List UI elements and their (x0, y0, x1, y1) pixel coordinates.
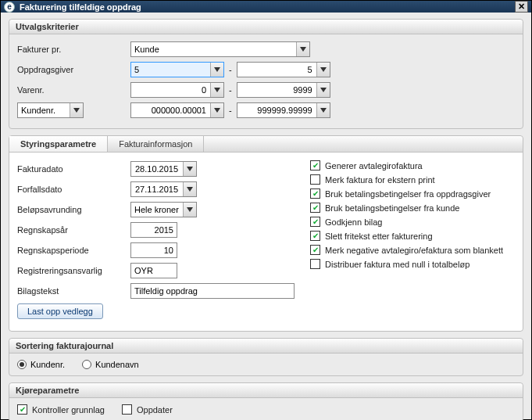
window-title: Fakturering tilfeldige oppdrag (20, 2, 141, 12)
tab-fakturainformasjon[interactable]: Fakturainformasjon (108, 136, 204, 152)
checkbox-godkjenn-bilag[interactable]: ✔ (310, 217, 320, 227)
fakturadato-label: Fakturadato (17, 164, 130, 174)
checkbox-label: Distribuer faktura med null i totalbeløp (325, 260, 470, 269)
close-button[interactable]: ✕ (515, 1, 528, 13)
ansvarlig-input[interactable] (130, 263, 177, 278)
varenr-from-input[interactable]: 0 (130, 82, 224, 98)
checkbox-bet-oppdragsgiver[interactable]: ✔ (310, 188, 320, 199)
checkbox-oppdater[interactable]: ✔ (122, 404, 132, 415)
bilagstekst-input[interactable] (130, 283, 295, 299)
checkbox-label: Generer avtalegirofaktura (325, 161, 423, 171)
radio-kundenavn[interactable]: Kundenavn (82, 360, 139, 369)
range-separator: - (224, 65, 237, 74)
chevron-down-icon[interactable] (210, 103, 223, 117)
kundenr-from-input[interactable]: 000000.00001 (130, 102, 224, 118)
tabstrip: Styringsparametre Fakturainformasjon (9, 136, 523, 153)
tab-styringsparametre[interactable]: Styringsparametre (9, 136, 108, 152)
varenr-label: Varenr. (17, 85, 130, 95)
sort-group: Sortering fakturajournal Kundenr. Kunden… (9, 338, 523, 376)
regnskapsar-label: Regnskapsår (17, 225, 130, 235)
checkbox-label: Merk negative avtalegiro/efaktura som bl… (325, 246, 503, 255)
checkbox-kontroller-grunnlag[interactable]: ✔ (17, 404, 27, 415)
checkbox-label: Kontroller grunnlag (32, 405, 105, 415)
fakturadato-input[interactable]: 28.10.2015 (130, 161, 197, 177)
kundenr-selector[interactable]: Kundenr. (17, 102, 84, 118)
run-params-header: Kjøreparametre (9, 383, 523, 398)
radio-label: Kundenavn (95, 360, 139, 369)
fakturer-pr-label: Fakturer pr. (17, 45, 130, 54)
fakturer-pr-select[interactable]: Kunde (130, 41, 310, 57)
varenr-to-input[interactable]: 9999 (237, 82, 330, 98)
params-tabbox: Styringsparametre Fakturainformasjon Fak… (9, 135, 523, 332)
checkbox-label: Merk faktura for ekstern print (325, 175, 435, 185)
chevron-down-icon[interactable] (183, 182, 196, 196)
checkbox-merk-negative[interactable]: ✔ (310, 245, 320, 255)
oppdragsgiver-from-input[interactable]: 5 (130, 62, 224, 77)
sort-header: Sortering fakturajournal (9, 339, 523, 354)
app-icon: e (4, 2, 15, 13)
app-window: e Fakturering tilfeldige oppdrag ✕ Utval… (0, 0, 532, 420)
checkbox-label: Godkjenn bilag (325, 217, 382, 227)
selection-criteria-group: Utvalgskriterier Fakturer pr. Kunde Oppd… (9, 19, 523, 129)
chevron-down-icon[interactable] (316, 83, 330, 97)
belop-label: Beløpsavrunding (17, 205, 130, 214)
bilagstekst-label: Bilagstekst (17, 286, 130, 296)
chevron-down-icon[interactable] (316, 103, 330, 117)
periode-label: Regnskapsperiode (17, 246, 130, 255)
checkbox-bet-kunde[interactable]: ✔ (310, 203, 320, 213)
checkbox-label: Slett fritekst etter fakturering (325, 232, 433, 241)
chevron-down-icon[interactable] (296, 42, 309, 56)
oppdragsgiver-label: Oppdragsgiver (17, 65, 130, 74)
ansvarlig-label: Registreringsansvarlig (17, 266, 130, 275)
chevron-down-icon[interactable] (316, 63, 330, 77)
kundenr-to-input[interactable]: 999999.99999 (237, 102, 330, 118)
radio-label: Kundenr. (30, 360, 65, 369)
chevron-down-icon[interactable] (183, 162, 196, 176)
checkbox-slett-fritekst[interactable]: ✔ (310, 231, 320, 241)
checkbox-distribuer-null[interactable]: ✔ (310, 259, 320, 269)
radio-kundenr[interactable]: Kundenr. (17, 360, 65, 369)
range-separator: - (224, 106, 237, 115)
titlebar: e Fakturering tilfeldige oppdrag ✕ (1, 1, 531, 13)
chevron-down-icon[interactable] (210, 83, 223, 97)
chevron-down-icon[interactable] (70, 103, 83, 117)
checkbox-ekstern-print[interactable]: ✔ (310, 174, 320, 185)
periode-input[interactable] (130, 242, 177, 258)
run-params-group: Kjøreparametre ✔Kontroller grunnlag ✔Opp… (9, 382, 523, 420)
chevron-down-icon[interactable] (183, 203, 196, 217)
selection-criteria-header: Utvalgskriterier (9, 20, 523, 34)
upload-attachment-button[interactable]: Last opp vedlegg (17, 303, 103, 319)
checkbox-label: Bruk betalingsbetingelser fra oppdragsgi… (325, 189, 491, 199)
content-area: Utvalgskriterier Fakturer pr. Kunde Oppd… (1, 13, 531, 420)
checkbox-label: Bruk betalingsbetingelser fra kunde (325, 203, 459, 213)
regnskapsar-input[interactable] (130, 222, 177, 238)
oppdragsgiver-to-input[interactable]: 5 (237, 62, 330, 77)
forfallsdato-label: Forfallsdato (17, 185, 130, 194)
range-separator: - (224, 85, 237, 95)
checkbox-label: Oppdater (137, 405, 173, 415)
chevron-down-icon[interactable] (210, 63, 223, 77)
forfallsdato-input[interactable]: 27.11.2015 (130, 181, 197, 197)
belop-select[interactable]: Hele kroner (130, 202, 197, 217)
checkbox-generer-avtalegiro[interactable]: ✔ (310, 160, 320, 171)
